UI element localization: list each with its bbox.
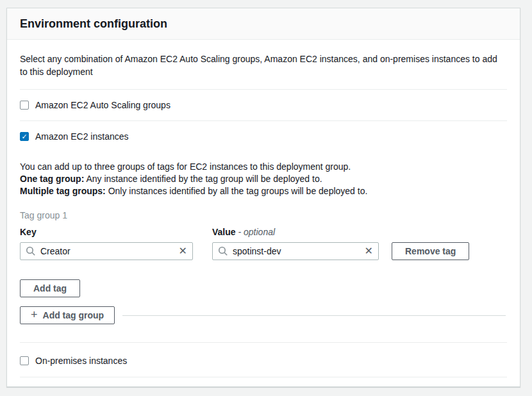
on-premises-checkbox[interactable]: ✓ (20, 356, 29, 365)
checkbox-row-auto-scaling-groups[interactable]: ✓ Amazon EC2 Auto Scaling groups (20, 100, 507, 110)
ec2-tag-section: You can add up to three groups of tags f… (20, 161, 507, 324)
auto-scaling-groups-label: Amazon EC2 Auto Scaling groups (35, 100, 170, 110)
tag-help-line1: You can add up to three groups of tags f… (20, 161, 351, 172)
tag-help-line3-text: Only instances identified by all the tag… (106, 186, 368, 196)
add-tag-group-row: + Add tag group (20, 306, 507, 324)
panel-description: Select any combination of Amazon EC2 Aut… (20, 53, 504, 78)
divider (20, 377, 507, 377)
divider (20, 89, 507, 90)
key-label: Key (20, 227, 193, 237)
add-tag-group-rule (122, 315, 506, 316)
auto-scaling-groups-checkbox[interactable]: ✓ (20, 101, 29, 110)
value-label-text: Value (212, 227, 236, 237)
tag-group-1-label: Tag group 1 (20, 210, 507, 220)
value-input[interactable] (233, 246, 361, 256)
panel-body: Select any combination of Amazon EC2 Aut… (7, 40, 520, 386)
tag-help-line2-term: One tag group: (20, 174, 84, 184)
checkmark-icon: ✓ (21, 133, 27, 140)
search-icon (218, 246, 228, 256)
environment-configuration-panel: Environment configuration Select any com… (6, 8, 520, 387)
tag-help-line2-text: Any instance identified by the tag group… (84, 174, 322, 184)
tag-help-text: You can add up to three groups of tags f… (20, 161, 507, 197)
clear-value-icon[interactable]: ✕ (361, 246, 373, 256)
add-tag-button[interactable]: Add tag (20, 279, 80, 297)
page-background: Environment configuration Select any com… (0, 0, 532, 396)
tag-help-line3-term: Multiple tag groups: (20, 186, 106, 196)
ec2-instances-label: Amazon EC2 instances (35, 131, 129, 142)
panel-title: Environment configuration (20, 17, 507, 31)
ec2-instances-checkbox[interactable]: ✓ (20, 132, 29, 141)
checkbox-row-on-premises[interactable]: ✓ On-premises instances (20, 356, 507, 366)
key-input[interactable] (40, 246, 175, 256)
add-tag-group-label: Add tag group (43, 310, 104, 320)
plus-icon: + (31, 308, 38, 322)
search-icon (26, 246, 36, 256)
value-field-group: Value - optional ✕ (212, 227, 379, 260)
tag-fields-row: Key ✕ Value - optional (20, 227, 507, 260)
value-optional-label: - optional (238, 227, 275, 237)
remove-tag-button[interactable]: Remove tag (392, 242, 469, 260)
divider (20, 120, 507, 121)
add-tag-group-button[interactable]: + Add tag group (20, 306, 115, 324)
checkbox-row-ec2-instances[interactable]: ✓ Amazon EC2 instances (20, 131, 507, 142)
clear-key-icon[interactable]: ✕ (175, 246, 187, 256)
panel-header: Environment configuration (7, 8, 520, 40)
key-field-group: Key ✕ (20, 227, 193, 260)
value-input-wrapper: ✕ (212, 242, 379, 260)
value-label: Value - optional (212, 227, 379, 237)
divider (20, 342, 507, 343)
key-input-wrapper: ✕ (20, 242, 193, 260)
on-premises-label: On-premises instances (35, 356, 127, 366)
